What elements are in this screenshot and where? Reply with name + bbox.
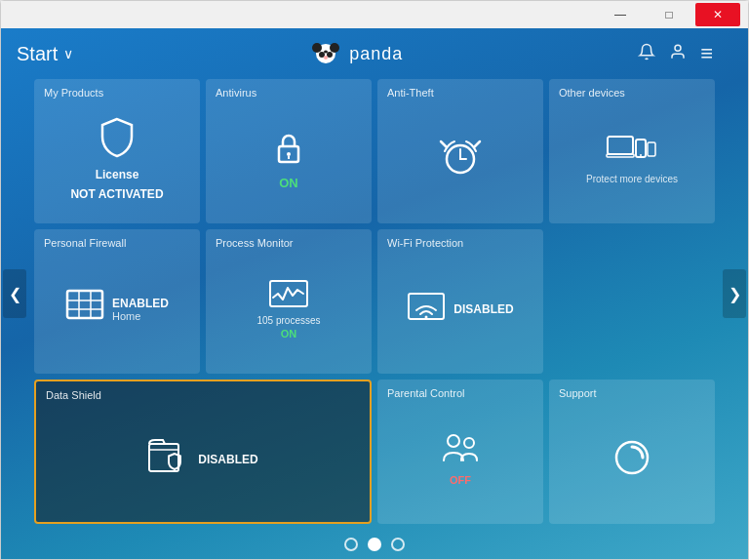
tile-support[interactable]: Support (549, 380, 715, 524)
maximize-button[interactable]: □ (647, 3, 691, 26)
svg-point-2 (330, 43, 339, 53)
process-count-label: 105 processes (256, 315, 320, 326)
tile-antivirus-title: Antivirus (216, 87, 362, 99)
tile-data-shield[interactable]: Data Shield DISABLED (34, 380, 372, 524)
header-icons: ≡ (638, 41, 713, 66)
tile-data-shield-title: Data Shield (46, 389, 360, 401)
family-icon (440, 433, 481, 470)
antivirus-status: ON (279, 176, 298, 190)
next-page-arrow[interactable]: ❯ (723, 269, 746, 318)
app-window: — □ ✕ ❮ ❯ Start ∨ (0, 0, 749, 560)
tile-process-monitor-content: 105 processes ON (216, 253, 362, 366)
svg-point-26 (448, 435, 459, 447)
svg-point-15 (640, 154, 642, 156)
datashield-icon (147, 436, 190, 483)
tile-other-devices-title: Other devices (559, 87, 705, 99)
support-icon (613, 439, 650, 480)
firewall-icon (65, 289, 104, 330)
tile-antivirus[interactable]: Antivirus ON (206, 79, 372, 223)
firewall-home-text: Home (112, 310, 140, 322)
close-button[interactable]: ✕ (695, 3, 740, 26)
parental-status: OFF (450, 474, 471, 486)
protect-more-text: Protect more devices (586, 174, 678, 184)
svg-rect-17 (67, 291, 102, 318)
svg-point-7 (675, 45, 681, 51)
tile-my-products-title: My Products (44, 87, 190, 99)
alarm-icon (439, 136, 482, 182)
app-body: ❮ ❯ Start ∨ panda (1, 28, 748, 559)
license-text: License (96, 168, 139, 181)
wifi-icon (407, 289, 446, 330)
svg-point-24 (425, 316, 428, 319)
process-monitor-status: ON (281, 328, 297, 340)
logo-area: panda (308, 40, 403, 67)
data-shield-status: DISABLED (198, 453, 257, 466)
pagination (1, 532, 748, 559)
tile-support-title: Support (559, 387, 705, 399)
tile-wifi-title: Wi-Fi Protection (387, 237, 533, 249)
svg-point-5 (324, 56, 328, 60)
user-icon[interactable] (669, 43, 687, 65)
tile-firewall-content: ENABLED Home (44, 253, 190, 366)
svg-rect-25 (149, 444, 178, 471)
tile-anti-theft-content (387, 102, 533, 216)
data-shield-disabled-text: DISABLED (198, 453, 257, 466)
app-header: Start ∨ panda (1, 28, 748, 75)
header-left: Start ∨ (17, 43, 73, 65)
tile-support-content (559, 403, 705, 516)
svg-point-9 (287, 152, 291, 156)
start-dropdown-icon[interactable]: ∨ (63, 46, 73, 61)
tile-anti-theft[interactable]: Anti-Theft (377, 79, 543, 223)
monitor-icon (269, 280, 308, 313)
shield-icon (99, 117, 136, 162)
tile-my-products-content: License NOT ACTIVATED (44, 102, 190, 216)
start-label[interactable]: Start (17, 43, 58, 65)
devices-icon (607, 135, 657, 170)
firewall-enabled-text: ENABLED (112, 297, 169, 310)
svg-rect-12 (608, 137, 633, 154)
svg-point-3 (319, 52, 325, 58)
svg-point-6 (324, 51, 328, 54)
minimize-button[interactable]: — (598, 3, 643, 26)
titlebar: — □ ✕ (1, 1, 748, 28)
tile-other-devices[interactable]: Other devices (549, 79, 715, 223)
svg-rect-13 (607, 154, 634, 157)
pagination-dot-3[interactable] (391, 538, 405, 551)
tile-parental-title: Parental Control (387, 387, 533, 399)
pagination-dot-2[interactable] (368, 538, 381, 551)
lock-icon (271, 129, 306, 172)
tile-parental-control[interactable]: Parental Control OFF (377, 380, 543, 524)
svg-point-1 (312, 43, 322, 53)
tile-firewall-title: Personal Firewall (44, 237, 190, 249)
logo-text: panda (349, 44, 403, 64)
tile-wifi-protection[interactable]: Wi-Fi Protection DISABLED (377, 229, 543, 374)
bell-icon[interactable] (638, 43, 655, 65)
svg-rect-16 (648, 142, 655, 156)
tile-wifi-content: DISABLED (387, 253, 533, 366)
tile-process-monitor[interactable]: Process Monitor 105 processes ON (206, 229, 372, 374)
not-activated-text: NOT ACTIVATED (70, 187, 163, 201)
tile-anti-theft-title: Anti-Theft (387, 87, 533, 99)
svg-point-4 (327, 52, 333, 58)
tiles-grid: My Products License NOT ACTIVATED Antivi… (1, 75, 748, 532)
tile-antivirus-content: ON (216, 102, 362, 216)
panda-logo-icon (308, 40, 343, 67)
svg-point-27 (464, 438, 474, 448)
menu-icon[interactable]: ≡ (700, 41, 713, 66)
prev-page-arrow[interactable]: ❮ (3, 269, 26, 318)
firewall-status: ENABLED Home (112, 297, 169, 322)
tile-parental-content: OFF (387, 403, 533, 516)
pagination-dot-1[interactable] (344, 538, 358, 551)
tile-process-monitor-title: Process Monitor (216, 237, 362, 249)
tile-personal-firewall[interactable]: Personal Firewall ENABLED (34, 229, 200, 374)
wifi-disabled-text: DISABLED (453, 302, 513, 316)
tile-my-products[interactable]: My Products License NOT ACTIVATED (34, 79, 200, 223)
wifi-status: DISABLED (453, 302, 513, 316)
tile-data-shield-content: DISABLED (46, 405, 360, 514)
tile-other-devices-content: Protect more devices (559, 102, 705, 216)
